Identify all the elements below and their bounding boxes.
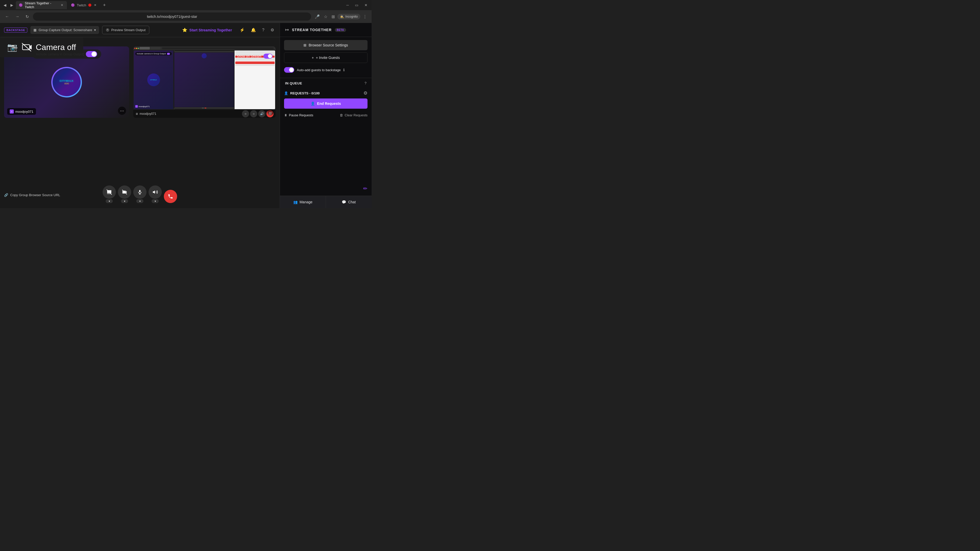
mic-btn-group: ▾ — [133, 186, 146, 203]
more-options-button[interactable]: ⋯ — [118, 106, 126, 115]
in-queue-label: IN QUEUE — [285, 81, 302, 85]
camera-off-text: Camera off — [36, 43, 76, 52]
clear-requests-button[interactable]: 🗑 Clear Requests — [340, 111, 368, 119]
screenshare-button[interactable] — [103, 186, 116, 199]
auto-add-toggle[interactable] — [284, 67, 294, 73]
forward-button[interactable]: ▶ — [9, 2, 15, 8]
twitch-logo-icon: t — [10, 110, 14, 114]
ss-username: moodjoy071 — [140, 112, 156, 116]
new-tab-button[interactable]: + — [101, 2, 108, 9]
back-nav-button[interactable]: ← — [3, 13, 11, 21]
show-on-stream-toggle[interactable] — [263, 54, 272, 59]
include-camera-switch[interactable] — [86, 51, 97, 57]
microphone-button[interactable] — [133, 186, 146, 199]
help-icon[interactable]: ? — [261, 26, 266, 34]
minimize-button[interactable]: ─ — [344, 2, 351, 8]
preview-button[interactable]: ⦿ Preview Stream Output — [102, 26, 149, 34]
auto-add-row: Auto-add guests to backstage ℹ — [284, 65, 368, 75]
requests-label: 👤 REQUESTS - 0/100 — [284, 91, 320, 95]
tab1-close[interactable]: ✕ — [60, 3, 64, 7]
ss-ctrl-2[interactable]: ○ — [250, 110, 257, 118]
chat-button[interactable]: 💬 Chat — [326, 196, 372, 208]
filter-icon[interactable]: ⚙ — [363, 90, 368, 96]
bookmark-icon[interactable]: ☆ — [322, 13, 329, 21]
close-button[interactable]: ✕ — [363, 2, 369, 8]
show-on-stream-label: Show on Stream — [237, 54, 261, 58]
ss-volume-btn[interactable]: 🔊 — [258, 110, 266, 118]
hangup-button[interactable] — [164, 190, 177, 203]
show-on-stream-row: Show on Stream — [237, 54, 272, 59]
copy-url-button[interactable]: 🔗 Copy Group Browser Source URL — [4, 193, 60, 197]
start-streaming-button[interactable]: ⭐ Start Streaming Together — [182, 27, 232, 32]
camera-btn-group: ▾ — [118, 186, 131, 203]
chat-label: Chat — [348, 200, 356, 204]
dropdown-icon: ▾ — [94, 28, 96, 32]
more-menu-button[interactable]: ⋮ — [361, 13, 369, 21]
screenshare-dropdown[interactable]: ▾ — [106, 199, 113, 203]
requests-section: 👤 REQUESTS - 0/100 ⚙ 👤 End Requests ⏸ Pa… — [280, 87, 372, 196]
volume-dropdown[interactable]: ▾ — [151, 199, 159, 203]
svg-marker-8 — [153, 191, 155, 194]
maximize-button[interactable]: ▭ — [353, 2, 360, 8]
citywalk-label: CITYWALK — [60, 79, 74, 82]
end-requests-label: End Requests — [317, 102, 341, 106]
bottom-actions: 👥 Manage 💬 Chat — [280, 196, 372, 208]
requests-person-icon: 👤 — [284, 91, 288, 95]
tab-bar: ◀ ▶ 🟣 Stream Together - Twitch ✕ 🟣 Twitc… — [0, 0, 372, 10]
mic-dropdown[interactable]: ▾ — [136, 199, 143, 203]
video-panels: Include camera in Group Output CITYWALK … — [0, 42, 280, 208]
manage-button[interactable]: 👥 Manage — [280, 196, 326, 208]
address-input[interactable] — [33, 13, 311, 21]
mini-avatar: CITYWALK — [147, 73, 160, 86]
avatar-inner: CITYWALK ⬡⬡⬡ — [52, 68, 81, 96]
content-area: BACKSTAGE ▦ Group Capture Output: Screen… — [0, 23, 280, 208]
lightning-icon[interactable]: ⚡ — [238, 26, 246, 34]
avatar-decoration: ⬡⬡⬡ — [60, 83, 74, 85]
toolbar-icons: 🎤 ☆ ⊞ 🕵 Incognito ⋮ — [313, 13, 369, 21]
screenshare-btn-group: ▾ — [103, 186, 116, 203]
expand-button[interactable]: ↦ — [285, 27, 289, 33]
in-queue-header: IN QUEUE ? — [280, 78, 372, 87]
manage-label: Manage — [300, 200, 313, 204]
group-capture-button[interactable]: ▦ Group Capture Output: Screenshare ▾ — [30, 26, 99, 34]
tab2-close[interactable]: ✕ — [94, 3, 97, 7]
svg-rect-5 — [139, 190, 141, 192]
requests-header: 👤 REQUESTS - 0/100 ⚙ — [284, 90, 368, 96]
mini-include-camera: Include camera in Group Output ✓ — [135, 52, 172, 56]
right-video-panel: Show on Stream Include camera in Group O… — [133, 46, 275, 118]
volume-btn-group: ▾ — [148, 186, 162, 203]
volume-button[interactable] — [148, 186, 162, 199]
preview-label: Preview Stream Output — [111, 28, 145, 32]
ss-more-button[interactable]: ⋯ — [267, 109, 274, 115]
settings-icon[interactable]: ⚙ — [269, 26, 275, 34]
pause-requests-button[interactable]: ⏸ Pause Requests — [284, 111, 313, 119]
microphone-icon[interactable]: 🎤 — [313, 13, 321, 21]
pencil-icon[interactable]: ✏ — [363, 186, 368, 192]
end-requests-button[interactable]: 👤 End Requests — [284, 98, 368, 109]
sidebar-title: STREAM TOGETHER — [292, 28, 332, 32]
browser-source-icon: ⊞ — [304, 43, 307, 47]
bell-icon[interactable]: 🔔 — [249, 26, 258, 34]
tab-twitch[interactable]: 🟣 Twitch ✕ — [68, 1, 100, 9]
extensions-icon[interactable]: ⊞ — [330, 13, 336, 21]
browser-source-button[interactable]: ⊞ Browser Source Settings — [284, 40, 368, 50]
reload-button[interactable]: ↻ — [24, 13, 31, 21]
main-area: BACKSTAGE ▦ Group Capture Output: Screen… — [0, 23, 372, 208]
camera-dropdown[interactable]: ▾ — [121, 199, 128, 203]
forward-nav-button[interactable]: → — [13, 13, 21, 21]
tab-stream-together[interactable]: 🟣 Stream Together - Twitch ✕ — [16, 1, 67, 9]
right-sidebar: ↦ STREAM TOGETHER BETA ⊞ Browser Source … — [280, 23, 372, 208]
link-icon: 🔗 — [4, 193, 8, 197]
chat-icon: 💬 — [342, 200, 346, 204]
ss-ctrl-1[interactable]: ○ — [242, 110, 249, 118]
info-icon[interactable]: ℹ — [343, 68, 345, 72]
bottom-toolbar: 🔗 Copy Group Browser Source URL ▾ — [0, 186, 280, 203]
camera-button[interactable] — [118, 186, 131, 199]
invite-guests-button[interactable]: + + Invite Guests — [284, 52, 368, 63]
tab2-loading-indicator — [88, 3, 91, 6]
user-avatar: CITYWALK ⬡⬡⬡ — [51, 67, 82, 97]
beta-badge: BETA — [335, 28, 346, 32]
queue-help-icon[interactable]: ? — [364, 81, 366, 85]
back-button[interactable]: ◀ — [2, 2, 8, 8]
star-icon: ⭐ — [182, 27, 187, 32]
